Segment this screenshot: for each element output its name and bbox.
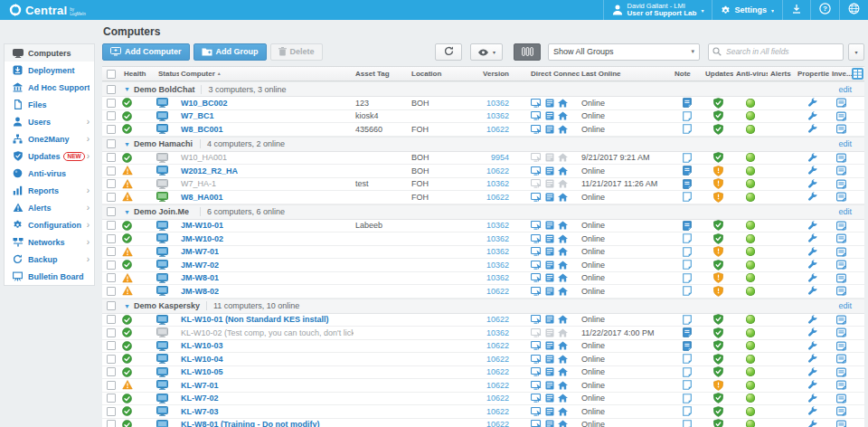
main-menu-icon[interactable] <box>558 315 568 324</box>
version-link[interactable]: 10622 <box>486 341 509 350</box>
remote-control-icon[interactable] <box>531 261 542 270</box>
main-menu-icon[interactable] <box>558 381 568 390</box>
version-link[interactable]: 10622 <box>486 315 509 324</box>
row-checkbox[interactable] <box>107 328 116 337</box>
file-manager-icon[interactable] <box>545 420 554 427</box>
row-checkbox[interactable] <box>107 153 116 162</box>
version-link[interactable]: 10362 <box>486 99 509 108</box>
remote-control-icon[interactable] <box>531 193 542 202</box>
sidebar-item-one2many[interactable]: One2Many › <box>5 130 94 147</box>
version-link[interactable]: 10622 <box>486 193 509 202</box>
row-checkbox[interactable] <box>107 125 116 134</box>
computer-link[interactable]: JM-W10-02 <box>181 234 223 243</box>
version-link[interactable]: 10362 <box>486 328 509 337</box>
row-checkbox[interactable] <box>107 247 116 256</box>
group-filter-select[interactable]: Show All Groups ▾ <box>548 43 700 61</box>
file-manager-icon[interactable] <box>545 407 554 416</box>
row-checkbox[interactable] <box>107 179 116 188</box>
properties-icon[interactable] <box>807 166 817 176</box>
computer-link[interactable]: KL-W7-03 <box>181 407 219 416</box>
version-link[interactable]: 10362 <box>486 234 509 243</box>
note-filled-icon[interactable] <box>683 98 692 108</box>
column-header-location[interactable]: Location <box>410 70 470 78</box>
column-header-properties[interactable]: Properties <box>795 70 829 78</box>
computer-link[interactable]: JM-W7-01 <box>181 247 219 256</box>
computer-link[interactable]: KL-W10-04 <box>181 355 223 364</box>
row-checkbox[interactable] <box>107 273 116 282</box>
column-header-status[interactable]: Status <box>156 70 179 78</box>
collapse-group-icon[interactable]: ▼ <box>124 86 130 92</box>
version-link[interactable]: 10362 <box>486 221 509 230</box>
main-menu-icon[interactable] <box>558 221 568 230</box>
column-header-version[interactable]: Version <box>470 70 518 78</box>
row-checkbox[interactable] <box>107 315 116 324</box>
add-computer-button[interactable]: Add Computer <box>102 43 190 61</box>
sidebar-item-ad-hoc-support[interactable]: Ad Hoc Support <box>5 79 94 96</box>
note-filled-icon[interactable] <box>683 166 692 176</box>
inventory-icon[interactable] <box>836 166 846 176</box>
inventory-icon[interactable] <box>836 98 846 108</box>
inventory-icon[interactable] <box>836 286 846 296</box>
language-button[interactable] <box>839 0 868 20</box>
note-icon[interactable] <box>683 233 692 243</box>
inventory-icon[interactable] <box>836 124 846 134</box>
column-header-anti-virus[interactable]: Anti-virus <box>733 70 768 78</box>
file-manager-icon[interactable] <box>545 111 554 120</box>
sidebar-item-deployment[interactable]: Deployment <box>5 62 94 79</box>
computer-link[interactable]: KL-W10-01 (Non Standard KES install) <box>181 315 329 324</box>
sidebar-item-configuration[interactable]: Configuration › <box>5 216 94 233</box>
remote-control-icon[interactable] <box>531 234 542 243</box>
computer-link[interactable]: W2012_R2_HA <box>181 166 238 176</box>
file-manager-icon[interactable] <box>545 99 554 108</box>
column-header-updates[interactable]: Updates <box>703 70 733 78</box>
properties-icon[interactable] <box>807 380 817 390</box>
main-menu-icon[interactable] <box>558 341 568 350</box>
note-icon[interactable] <box>683 394 692 403</box>
version-link[interactable]: 10362 <box>486 179 509 188</box>
main-menu-icon[interactable] <box>558 261 568 270</box>
file-manager-icon[interactable] <box>545 355 554 364</box>
column-header-note[interactable]: Note <box>672 70 703 78</box>
computer-link[interactable]: JM-W10-01 <box>181 221 223 230</box>
note-filled-icon[interactable] <box>683 341 692 351</box>
main-menu-icon[interactable] <box>558 234 568 243</box>
remote-control-icon[interactable] <box>531 407 542 416</box>
collapse-group-icon[interactable]: ▼ <box>124 303 130 309</box>
group-checkbox[interactable] <box>107 301 116 310</box>
inventory-icon[interactable] <box>836 273 846 283</box>
note-icon[interactable] <box>683 367 692 377</box>
properties-icon[interactable] <box>807 111 817 121</box>
row-checkbox[interactable] <box>107 407 116 416</box>
column-header-health[interactable]: Health <box>122 70 156 78</box>
note-icon[interactable] <box>683 273 692 283</box>
row-checkbox[interactable] <box>107 381 116 390</box>
main-menu-icon[interactable] <box>558 420 568 427</box>
note-icon[interactable] <box>683 247 692 257</box>
row-checkbox[interactable] <box>107 394 116 403</box>
file-manager-icon[interactable] <box>545 287 554 296</box>
main-menu-icon[interactable] <box>558 407 568 416</box>
file-manager-icon[interactable] <box>545 125 554 134</box>
note-filled-icon[interactable] <box>683 179 692 189</box>
note-icon[interactable] <box>683 420 692 427</box>
computer-link[interactable]: W10_BC002 <box>181 99 228 108</box>
version-link[interactable]: 10362 <box>486 273 509 282</box>
remote-control-icon[interactable] <box>531 355 542 364</box>
remote-control-icon[interactable] <box>531 341 542 350</box>
properties-icon[interactable] <box>807 420 817 427</box>
main-menu-icon[interactable] <box>558 166 568 176</box>
version-link[interactable]: 10622 <box>486 394 509 403</box>
computer-link[interactable]: W7_HA-1 <box>181 179 216 188</box>
properties-icon[interactable] <box>807 394 817 403</box>
computer-link[interactable]: KL-W10-05 <box>181 367 223 376</box>
file-manager-icon[interactable] <box>545 166 554 176</box>
row-checkbox[interactable] <box>107 193 116 202</box>
file-manager-icon[interactable] <box>545 381 554 390</box>
file-manager-icon[interactable] <box>545 261 554 270</box>
inventory-icon[interactable] <box>836 179 846 189</box>
properties-icon[interactable] <box>807 286 817 296</box>
column-header-alerts[interactable]: Alerts <box>768 70 795 78</box>
properties-icon[interactable] <box>807 273 817 283</box>
file-manager-icon[interactable] <box>545 221 554 230</box>
version-link[interactable]: 10622 <box>486 367 509 376</box>
